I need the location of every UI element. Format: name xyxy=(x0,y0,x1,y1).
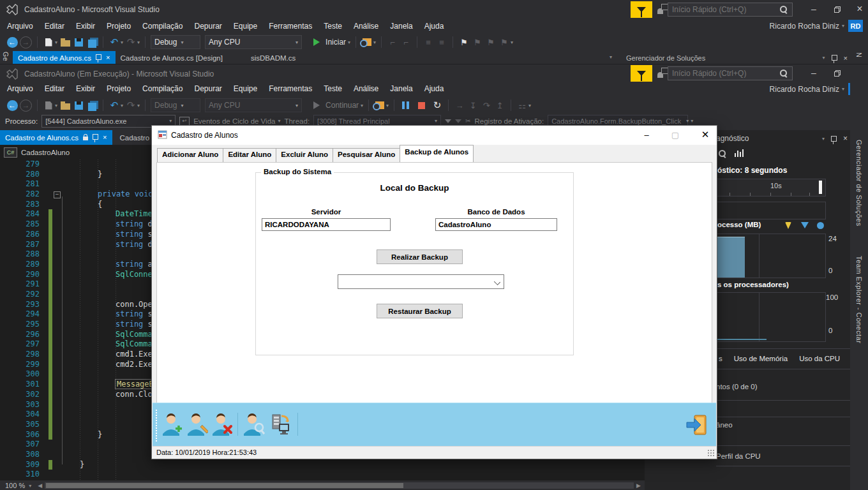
exit-icon[interactable] xyxy=(685,413,708,436)
filter-flag-icon[interactable] xyxy=(445,119,451,123)
chevron-down-icon[interactable]: ▾ xyxy=(822,136,825,142)
prev-bookmark-icon[interactable]: ⚑ xyxy=(485,36,497,48)
menu-item[interactable]: Projeto xyxy=(101,20,137,33)
pin-icon[interactable] xyxy=(832,55,837,61)
menu-item[interactable]: Compilação xyxy=(137,82,188,95)
tab-cadastro-de-alunos-cs[interactable]: Cadastro de Alunos.cs × xyxy=(0,130,112,145)
save-all-icon[interactable] xyxy=(86,36,98,48)
tab-editar-aluno[interactable]: Editar Aluno xyxy=(223,148,276,162)
tab-cadastro-de-alunos-cs[interactable]: Cadastro de Alunos.cs × xyxy=(13,51,116,64)
form-titlebar[interactable]: Cadastro de Alunos – ▢ ✕ xyxy=(152,126,717,145)
menu-item[interactable]: Teste xyxy=(318,20,348,33)
user-account[interactable]: Ricardo Rocha Diniz ▾ RD xyxy=(770,20,863,32)
feedback-flag-icon[interactable] xyxy=(631,1,652,18)
pin-icon[interactable] xyxy=(93,134,98,140)
snapshot-link[interactable]: âneo xyxy=(716,421,733,429)
undo-icon[interactable]: ↶ xyxy=(108,36,120,48)
quick-launch-input[interactable] xyxy=(668,69,780,78)
filter-flag2-icon[interactable] xyxy=(455,119,461,123)
tab-excluir-aluno[interactable]: Excluir Aluno xyxy=(276,148,333,162)
toolstrip-grip[interactable] xyxy=(156,410,157,442)
redo-icon[interactable]: ↷ xyxy=(125,100,137,111)
solution-explorer-header[interactable]: Gerenciador de Soluções ▾ × xyxy=(622,52,850,63)
form-minimize-button[interactable]: – xyxy=(636,126,657,144)
pin-icon[interactable] xyxy=(831,136,837,142)
tab-sisdbadm[interactable]: sisDBADM.cs xyxy=(246,51,301,64)
close-icon[interactable]: × xyxy=(844,54,848,62)
uncomment-icon[interactable]: ≡ xyxy=(436,36,447,48)
hscroll-right-arrow[interactable]: ▶ xyxy=(636,482,641,489)
tab-pesquisar-aluno[interactable]: Pesquisar Aluno xyxy=(333,148,400,162)
tab-cadastro-partial[interactable]: Cadastro xyxy=(115,130,155,145)
restaurar-backup-button[interactable]: Restaurar Backup xyxy=(377,304,463,318)
navigate-back-icon[interactable]: ← xyxy=(6,100,18,111)
vertical-tab-team-explorer[interactable]: Team Explorer - Conectar xyxy=(855,256,863,343)
server-explorer-vertical-tab[interactable]: Ge xyxy=(2,52,10,64)
attach-process-icon[interactable] xyxy=(374,100,385,111)
tab-memory-usage[interactable]: Uso de Memória xyxy=(734,355,788,362)
menu-item[interactable]: Teste xyxy=(318,82,348,95)
indent-icon[interactable]: ⌐ xyxy=(400,36,412,48)
quick-launch-input[interactable] xyxy=(668,5,780,14)
break-all-icon[interactable] xyxy=(400,100,411,111)
server-input[interactable] xyxy=(262,218,391,231)
menu-item[interactable]: Exibir xyxy=(70,20,101,33)
add-student-icon[interactable] xyxy=(160,412,183,436)
zoom-level[interactable]: 100 % xyxy=(0,482,25,489)
realizar-backup-button[interactable]: Realizar Backup xyxy=(377,249,463,264)
chart-settings-icon[interactable] xyxy=(735,149,744,157)
menu-item[interactable]: Depurar xyxy=(188,20,227,33)
close-button[interactable]: × xyxy=(849,2,868,16)
notifications-vertical-tab[interactable]: N xyxy=(855,52,863,64)
start-debug-label[interactable]: Iniciar xyxy=(326,38,346,47)
zoom-tool-icon[interactable] xyxy=(719,150,726,157)
minimize-button[interactable]: – xyxy=(803,2,825,16)
restart-icon[interactable]: ↻ xyxy=(431,100,443,111)
user-account[interactable]: Ricardo Rocha Diniz ▾ RD xyxy=(770,83,863,95)
save-icon[interactable] xyxy=(73,36,84,48)
menu-item[interactable]: Ferramentas xyxy=(263,82,318,95)
menu-item[interactable]: Depurar xyxy=(188,82,227,95)
timeline-ruler[interactable]: 10s xyxy=(716,179,826,197)
solution-platforms-dropdown[interactable]: Any CPU▾ xyxy=(205,35,302,49)
solution-configurations-dropdown[interactable]: Debug▾ xyxy=(151,35,200,49)
navigate-forward-icon[interactable]: → xyxy=(20,36,32,48)
menu-item[interactable]: Equipe xyxy=(228,20,263,33)
redo-icon[interactable]: ↷ xyxy=(125,36,137,48)
horizontal-scrollbar[interactable] xyxy=(45,482,634,489)
clear-filter-icon[interactable]: ✂ xyxy=(465,117,470,124)
form-close-button[interactable]: ✕ xyxy=(694,126,716,144)
minimize-button[interactable]: – xyxy=(803,66,825,80)
save-icon[interactable] xyxy=(73,100,84,111)
clear-bookmarks-icon[interactable]: ⚑ xyxy=(498,36,510,48)
scrollbar-thumb[interactable] xyxy=(46,483,403,488)
fold-collapse-icon[interactable]: – xyxy=(54,191,61,198)
hscroll-left-arrow[interactable]: ◀ xyxy=(38,482,42,489)
menu-item[interactable]: Equipe xyxy=(228,82,263,95)
restore-button[interactable] xyxy=(826,66,848,80)
close-icon[interactable]: × xyxy=(103,134,107,141)
form-maximize-button[interactable]: ▢ xyxy=(664,126,686,144)
comment-icon[interactable]: ≡ xyxy=(423,36,434,48)
database-input[interactable] xyxy=(435,218,557,231)
edit-student-icon[interactable] xyxy=(185,412,208,436)
menu-item[interactable]: Editar xyxy=(39,82,70,95)
save-all-icon[interactable] xyxy=(86,100,98,111)
menu-item[interactable]: Arquivo xyxy=(1,20,39,33)
open-file-icon[interactable] xyxy=(59,36,71,48)
new-file-icon[interactable] xyxy=(43,100,54,111)
backup-database-icon[interactable] xyxy=(267,412,293,436)
tab-cadastro-design[interactable]: Cadastro de Alunos.cs [Design] xyxy=(116,51,228,64)
tab-cpu-usage[interactable]: Uso da CPU xyxy=(799,355,840,362)
start-debug-button[interactable] xyxy=(311,36,322,48)
navigate-forward-icon[interactable]: → xyxy=(20,100,32,111)
overflow-icon[interactable]: ▾ xyxy=(691,118,693,124)
menu-item[interactable]: Ajuda xyxy=(419,82,450,95)
menu-item[interactable]: Ajuda xyxy=(419,20,450,33)
bookmark-icon[interactable]: ⚑ xyxy=(458,36,470,48)
zoom-dropdown-icon[interactable]: ▾ xyxy=(29,483,31,489)
lifecycle-events-label[interactable]: Eventos de Ciclo de Vida xyxy=(193,117,275,125)
chevron-down-icon[interactable]: ▾ xyxy=(823,55,825,61)
close-icon[interactable]: × xyxy=(843,134,848,143)
close-icon[interactable]: × xyxy=(106,54,110,61)
